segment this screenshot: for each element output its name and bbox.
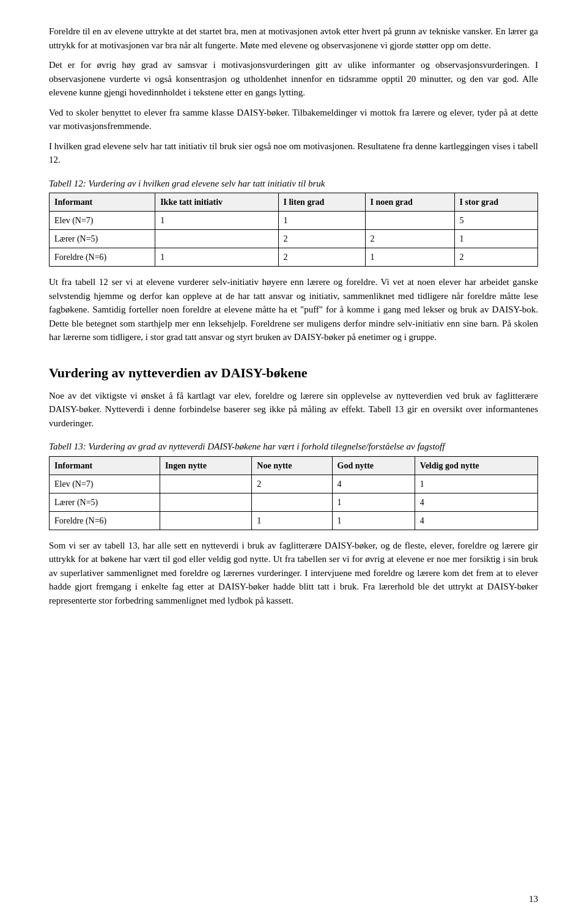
paragraph-after-table13: Som vi ser av tabell 13, har alle sett e… bbox=[49, 539, 538, 608]
section-heading: Vurdering av nytteverdien av DAISY-bøken… bbox=[49, 363, 538, 383]
table12-header-1: Ikke tatt initiativ bbox=[155, 193, 278, 212]
table13-caption: Tabell 13: Vurdering av grad av nyttever… bbox=[49, 440, 538, 454]
paragraph-3: Ved to skoler benyttet to elever fra sam… bbox=[49, 106, 538, 133]
page-number: 13 bbox=[529, 892, 538, 906]
section-intro: Noe av det viktigste vi ønsket å få kart… bbox=[49, 389, 538, 431]
table-row: Elev (N=7)115 bbox=[50, 212, 538, 230]
table-row: Foreldre (N=6)114 bbox=[50, 511, 538, 530]
table13-header-3: God nytte bbox=[332, 456, 415, 475]
table13-header-2: Noe nytte bbox=[252, 456, 332, 475]
table-13: Informant Ingen nytte Noe nytte God nytt… bbox=[49, 456, 538, 530]
table13-header-1: Ingen nytte bbox=[160, 456, 251, 475]
table12-header-4: I stor grad bbox=[454, 193, 537, 212]
table-row: Foreldre (N=6)1212 bbox=[50, 248, 538, 267]
table13-header-0: Informant bbox=[50, 456, 160, 475]
table-row: Lærer (N=5)14 bbox=[50, 493, 538, 511]
paragraph-2: Det er for øvrig høy grad av samsvar i m… bbox=[49, 58, 538, 100]
table12-header-0: Informant bbox=[50, 193, 155, 212]
table12-header-3: I noen grad bbox=[365, 193, 454, 212]
table12-header-2: I liten grad bbox=[278, 193, 365, 212]
table-row: Lærer (N=5)221 bbox=[50, 230, 538, 248]
table-12: Informant Ikke tatt initiativ I liten gr… bbox=[49, 193, 538, 267]
table12-caption: Tabell 12: Vurdering av i hvilken grad e… bbox=[49, 177, 538, 191]
paragraph-1: Foreldre til en av elevene uttrykte at d… bbox=[49, 24, 538, 52]
table-row: Elev (N=7)241 bbox=[50, 475, 538, 493]
paragraph-4: I hvilken grad elevene selv har tatt ini… bbox=[49, 139, 538, 167]
paragraph-after-table12: Ut fra tabell 12 ser vi at elevene vurde… bbox=[49, 275, 538, 344]
table13-header-4: Veldig god nytte bbox=[415, 456, 537, 475]
